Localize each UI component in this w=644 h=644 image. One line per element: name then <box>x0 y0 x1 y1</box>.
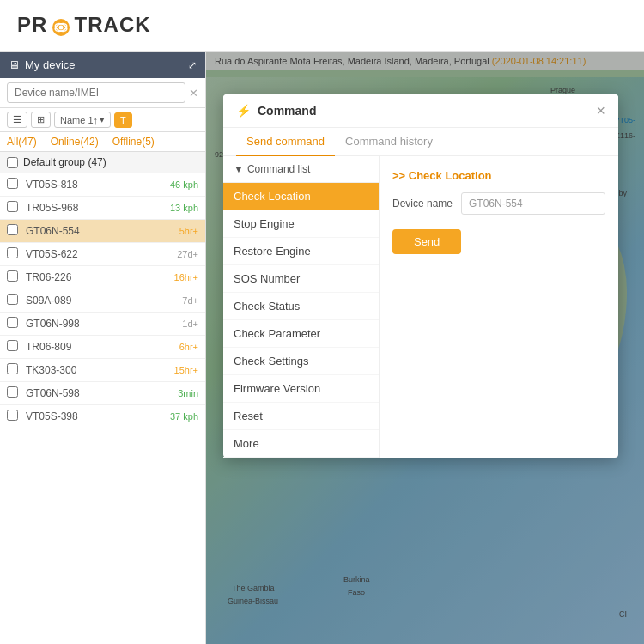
command-list-label: Command list <box>247 163 310 175</box>
device-icon: 🖥 <box>9 58 20 71</box>
device-name-label: VT05S-398 <box>26 410 170 422</box>
command-item[interactable]: Check Location <box>223 183 379 210</box>
device-status: 15hr+ <box>174 365 198 375</box>
list-item[interactable]: TR06-226 16hr+ <box>0 266 205 289</box>
command-item[interactable]: Check Parameter <box>223 320 379 348</box>
command-icon: ⚡ <box>236 104 251 118</box>
device-name-input[interactable] <box>461 192 605 215</box>
device-checkbox[interactable] <box>7 178 18 189</box>
command-list-header: ▼ Command list <box>223 156 379 183</box>
device-checkbox[interactable] <box>7 270 18 282</box>
device-name-label: GT06N-598 <box>26 387 178 399</box>
device-name-label: Device name <box>392 197 453 210</box>
dialog-tabs: Send command Command history <box>223 128 618 156</box>
grid-icon-btn[interactable]: ⊞ <box>31 112 51 128</box>
map-area: Rua do Aspirante Mota Freitas, Madeira I… <box>206 52 644 644</box>
list-item[interactable]: TK303-300 15hr+ <box>0 359 205 382</box>
tab-command-history[interactable]: Command history <box>335 128 443 156</box>
device-status: 3min <box>178 388 198 398</box>
command-item[interactable]: SOS Number <box>223 265 379 293</box>
list-item[interactable]: S09A-089 7d+ <box>0 289 205 313</box>
device-name-label: S09A-089 <box>26 295 182 307</box>
command-item[interactable]: Firmware Version <box>223 375 379 403</box>
sidebar-search[interactable]: ✕ <box>0 78 205 108</box>
group-checkbox[interactable] <box>7 157 18 168</box>
color-btn[interactable]: T <box>114 112 132 128</box>
device-status: 5hr+ <box>179 226 198 236</box>
device-status: 37 kph <box>170 411 198 422</box>
command-items-list: Check LocationStop EngineRestore EngineS… <box>223 183 379 458</box>
device-name-label: VT05S-818 <box>26 179 170 191</box>
device-status: 27d+ <box>177 249 198 259</box>
device-name-label: TR06-226 <box>26 271 174 283</box>
device-status: 46 kph <box>170 179 198 190</box>
device-name-row: Device name <box>392 192 605 215</box>
sort-icon: ▾ <box>100 114 105 125</box>
collapse-icon[interactable]: ▼ <box>234 163 244 175</box>
clear-icon[interactable]: ✕ <box>189 87 198 100</box>
command-item[interactable]: More <box>223 430 379 458</box>
list-item[interactable]: VT05S-622 27d+ <box>0 243 205 266</box>
selected-command-label: >> Check Location <box>392 169 605 182</box>
search-input[interactable] <box>7 82 185 103</box>
command-item[interactable]: Check Status <box>223 293 379 320</box>
device-name-label: GT06N-554 <box>26 225 179 237</box>
device-checkbox[interactable] <box>7 294 18 305</box>
logo: PR TRACK <box>17 13 151 39</box>
tab-all[interactable]: All(47) <box>0 132 44 151</box>
expand-icon[interactable]: ⤢ <box>188 59 197 71</box>
dialog-body: ▼ Command list Check LocationStop Engine… <box>223 156 618 458</box>
device-name-label: VT05S-622 <box>26 248 177 260</box>
device-checkbox[interactable] <box>7 201 18 212</box>
dialog-header: ⚡ Command × <box>223 94 618 128</box>
device-checkbox[interactable] <box>7 247 18 258</box>
command-item[interactable]: Reset <box>223 403 379 430</box>
list-item[interactable]: VT05S-818 46 kph <box>0 173 205 197</box>
send-button[interactable]: Send <box>392 229 461 254</box>
logo-icon <box>52 18 70 37</box>
tab-offline[interactable]: Offline(5) <box>106 132 161 151</box>
dialog-title: Command <box>258 104 316 118</box>
list-item[interactable]: TR06-809 6hr+ <box>0 336 205 359</box>
device-checkbox[interactable] <box>7 340 18 351</box>
device-checkbox[interactable] <box>7 363 18 374</box>
device-name-label: TR06-809 <box>26 341 179 353</box>
sidebar-title: My device <box>25 58 76 71</box>
device-name-label: TR05S-968 <box>26 202 170 214</box>
list-item[interactable]: GT06N-998 1d+ <box>0 313 205 336</box>
tab-online[interactable]: Online(42) <box>44 132 106 151</box>
dialog-close-button[interactable]: × <box>596 103 605 118</box>
device-status: 1d+ <box>182 319 198 329</box>
device-group: Default group (47) <box>0 152 205 173</box>
header: PR TRACK <box>0 0 644 52</box>
sidebar: 🖥 My device ⤢ ✕ ☰ ⊞ Name 1↑ ▾ T All(47) … <box>0 52 206 644</box>
sidebar-header: 🖥 My device ⤢ <box>0 52 205 78</box>
device-status: 7d+ <box>182 295 198 306</box>
device-tabs: All(47) Online(42) Offline(5) <box>0 132 205 152</box>
tab-send-command[interactable]: Send command <box>236 128 335 156</box>
list-item[interactable]: TR05S-968 13 kph <box>0 197 205 220</box>
device-name-label: TK303-300 <box>26 364 174 376</box>
command-dialog: ⚡ Command × Send command Command history… <box>223 94 618 458</box>
list-item[interactable]: GT06N-598 3min <box>0 382 205 405</box>
list-item[interactable]: GT06N-554 5hr+ <box>0 220 205 243</box>
list-item[interactable]: VT05S-398 37 kph <box>0 405 205 428</box>
sidebar-toolbar: ☰ ⊞ Name 1↑ ▾ T <box>0 108 205 132</box>
device-checkbox[interactable] <box>7 317 18 328</box>
group-label: Default group (47) <box>23 156 106 168</box>
device-checkbox[interactable] <box>7 386 18 398</box>
device-status: 16hr+ <box>174 272 198 283</box>
device-checkbox[interactable] <box>7 224 18 235</box>
device-status: 13 kph <box>170 203 198 213</box>
device-checkbox[interactable] <box>7 410 18 421</box>
device-name-label: GT06N-998 <box>26 318 182 330</box>
command-item[interactable]: Stop Engine <box>223 210 379 238</box>
main: 🖥 My device ⤢ ✕ ☰ ⊞ Name 1↑ ▾ T All(47) … <box>0 52 644 644</box>
command-list-panel: ▼ Command list Check LocationStop Engine… <box>223 156 380 458</box>
device-list: Default group (47) VT05S-818 46 kph TR05… <box>0 152 205 644</box>
list-icon-btn[interactable]: ☰ <box>7 112 27 128</box>
sort-btn[interactable]: Name 1↑ ▾ <box>54 112 111 128</box>
device-status: 6hr+ <box>179 342 198 352</box>
command-item[interactable]: Restore Engine <box>223 238 379 265</box>
command-item[interactable]: Check Settings <box>223 348 379 375</box>
